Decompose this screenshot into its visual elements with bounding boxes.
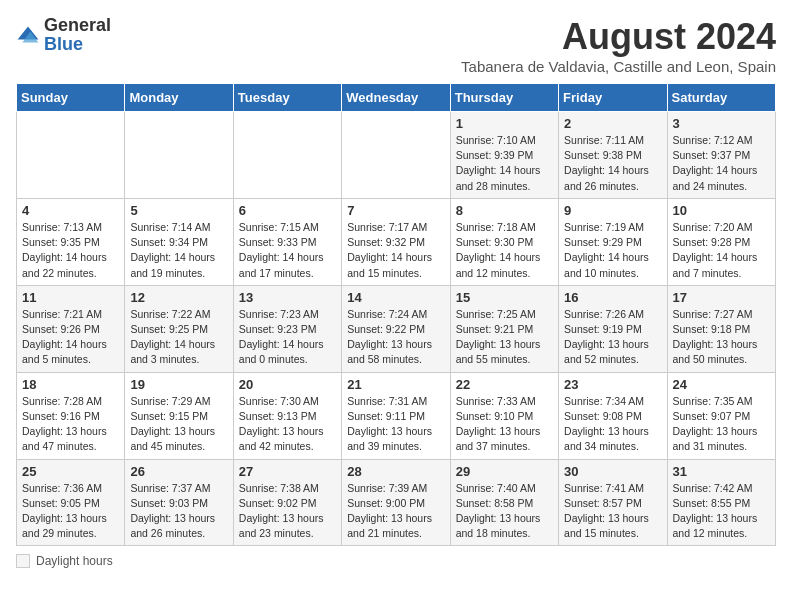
day-number: 23	[564, 377, 661, 392]
day-number: 18	[22, 377, 119, 392]
calendar-cell: 10Sunrise: 7:20 AM Sunset: 9:28 PM Dayli…	[667, 198, 775, 285]
day-number: 26	[130, 464, 227, 479]
title-area: August 2024 Tabanera de Valdavia, Castil…	[461, 16, 776, 75]
calendar-cell: 8Sunrise: 7:18 AM Sunset: 9:30 PM Daylig…	[450, 198, 558, 285]
calendar-week-4: 18Sunrise: 7:28 AM Sunset: 9:16 PM Dayli…	[17, 372, 776, 459]
calendar-cell: 27Sunrise: 7:38 AM Sunset: 9:02 PM Dayli…	[233, 459, 341, 546]
calendar-cell: 15Sunrise: 7:25 AM Sunset: 9:21 PM Dayli…	[450, 285, 558, 372]
calendar-cell: 16Sunrise: 7:26 AM Sunset: 9:19 PM Dayli…	[559, 285, 667, 372]
calendar-cell: 13Sunrise: 7:23 AM Sunset: 9:23 PM Dayli…	[233, 285, 341, 372]
calendar-cell: 30Sunrise: 7:41 AM Sunset: 8:57 PM Dayli…	[559, 459, 667, 546]
day-detail: Sunrise: 7:41 AM Sunset: 8:57 PM Dayligh…	[564, 481, 661, 542]
day-detail: Sunrise: 7:37 AM Sunset: 9:03 PM Dayligh…	[130, 481, 227, 542]
calendar-cell: 6Sunrise: 7:15 AM Sunset: 9:33 PM Daylig…	[233, 198, 341, 285]
calendar-cell: 1Sunrise: 7:10 AM Sunset: 9:39 PM Daylig…	[450, 112, 558, 199]
day-detail: Sunrise: 7:38 AM Sunset: 9:02 PM Dayligh…	[239, 481, 336, 542]
day-detail: Sunrise: 7:34 AM Sunset: 9:08 PM Dayligh…	[564, 394, 661, 455]
day-detail: Sunrise: 7:23 AM Sunset: 9:23 PM Dayligh…	[239, 307, 336, 368]
calendar-cell: 17Sunrise: 7:27 AM Sunset: 9:18 PM Dayli…	[667, 285, 775, 372]
day-number: 20	[239, 377, 336, 392]
calendar-cell: 12Sunrise: 7:22 AM Sunset: 9:25 PM Dayli…	[125, 285, 233, 372]
day-number: 16	[564, 290, 661, 305]
calendar-cell: 23Sunrise: 7:34 AM Sunset: 9:08 PM Dayli…	[559, 372, 667, 459]
subtitle: Tabanera de Valdavia, Castille and Leon,…	[461, 58, 776, 75]
day-detail: Sunrise: 7:18 AM Sunset: 9:30 PM Dayligh…	[456, 220, 553, 281]
calendar-cell	[342, 112, 450, 199]
day-detail: Sunrise: 7:33 AM Sunset: 9:10 PM Dayligh…	[456, 394, 553, 455]
day-number: 29	[456, 464, 553, 479]
day-detail: Sunrise: 7:30 AM Sunset: 9:13 PM Dayligh…	[239, 394, 336, 455]
day-detail: Sunrise: 7:40 AM Sunset: 8:58 PM Dayligh…	[456, 481, 553, 542]
day-number: 13	[239, 290, 336, 305]
day-number: 1	[456, 116, 553, 131]
day-detail: Sunrise: 7:14 AM Sunset: 9:34 PM Dayligh…	[130, 220, 227, 281]
footer-note: Daylight hours	[16, 554, 776, 568]
logo: General Blue	[16, 16, 111, 54]
calendar-cell: 22Sunrise: 7:33 AM Sunset: 9:10 PM Dayli…	[450, 372, 558, 459]
day-number: 24	[673, 377, 770, 392]
day-number: 27	[239, 464, 336, 479]
calendar-cell	[17, 112, 125, 199]
main-title: August 2024	[461, 16, 776, 58]
column-header-monday: Monday	[125, 84, 233, 112]
day-number: 4	[22, 203, 119, 218]
column-header-tuesday: Tuesday	[233, 84, 341, 112]
logo-blue: Blue	[44, 34, 83, 54]
calendar-cell: 29Sunrise: 7:40 AM Sunset: 8:58 PM Dayli…	[450, 459, 558, 546]
daylight-box-icon	[16, 554, 30, 568]
day-detail: Sunrise: 7:25 AM Sunset: 9:21 PM Dayligh…	[456, 307, 553, 368]
day-detail: Sunrise: 7:36 AM Sunset: 9:05 PM Dayligh…	[22, 481, 119, 542]
calendar-cell: 2Sunrise: 7:11 AM Sunset: 9:38 PM Daylig…	[559, 112, 667, 199]
logo-general: General	[44, 15, 111, 35]
calendar-cell: 5Sunrise: 7:14 AM Sunset: 9:34 PM Daylig…	[125, 198, 233, 285]
calendar-cell: 9Sunrise: 7:19 AM Sunset: 9:29 PM Daylig…	[559, 198, 667, 285]
day-detail: Sunrise: 7:42 AM Sunset: 8:55 PM Dayligh…	[673, 481, 770, 542]
calendar-cell: 4Sunrise: 7:13 AM Sunset: 9:35 PM Daylig…	[17, 198, 125, 285]
day-detail: Sunrise: 7:22 AM Sunset: 9:25 PM Dayligh…	[130, 307, 227, 368]
day-detail: Sunrise: 7:31 AM Sunset: 9:11 PM Dayligh…	[347, 394, 444, 455]
calendar-cell: 7Sunrise: 7:17 AM Sunset: 9:32 PM Daylig…	[342, 198, 450, 285]
calendar-cell: 20Sunrise: 7:30 AM Sunset: 9:13 PM Dayli…	[233, 372, 341, 459]
logo-icon	[16, 25, 40, 45]
day-detail: Sunrise: 7:10 AM Sunset: 9:39 PM Dayligh…	[456, 133, 553, 194]
day-detail: Sunrise: 7:20 AM Sunset: 9:28 PM Dayligh…	[673, 220, 770, 281]
calendar-cell: 11Sunrise: 7:21 AM Sunset: 9:26 PM Dayli…	[17, 285, 125, 372]
calendar-cell: 31Sunrise: 7:42 AM Sunset: 8:55 PM Dayli…	[667, 459, 775, 546]
calendar-cell: 28Sunrise: 7:39 AM Sunset: 9:00 PM Dayli…	[342, 459, 450, 546]
day-number: 11	[22, 290, 119, 305]
calendar-cell: 18Sunrise: 7:28 AM Sunset: 9:16 PM Dayli…	[17, 372, 125, 459]
day-detail: Sunrise: 7:39 AM Sunset: 9:00 PM Dayligh…	[347, 481, 444, 542]
day-detail: Sunrise: 7:24 AM Sunset: 9:22 PM Dayligh…	[347, 307, 444, 368]
day-detail: Sunrise: 7:11 AM Sunset: 9:38 PM Dayligh…	[564, 133, 661, 194]
day-detail: Sunrise: 7:13 AM Sunset: 9:35 PM Dayligh…	[22, 220, 119, 281]
day-number: 5	[130, 203, 227, 218]
day-number: 21	[347, 377, 444, 392]
calendar-cell: 25Sunrise: 7:36 AM Sunset: 9:05 PM Dayli…	[17, 459, 125, 546]
calendar-header-row: SundayMondayTuesdayWednesdayThursdayFrid…	[17, 84, 776, 112]
day-number: 12	[130, 290, 227, 305]
daylight-label: Daylight hours	[36, 554, 113, 568]
day-number: 10	[673, 203, 770, 218]
calendar-week-1: 1Sunrise: 7:10 AM Sunset: 9:39 PM Daylig…	[17, 112, 776, 199]
calendar-week-2: 4Sunrise: 7:13 AM Sunset: 9:35 PM Daylig…	[17, 198, 776, 285]
calendar-cell: 26Sunrise: 7:37 AM Sunset: 9:03 PM Dayli…	[125, 459, 233, 546]
calendar-cell	[233, 112, 341, 199]
day-number: 31	[673, 464, 770, 479]
calendar-table: SundayMondayTuesdayWednesdayThursdayFrid…	[16, 83, 776, 546]
column-header-friday: Friday	[559, 84, 667, 112]
calendar-cell	[125, 112, 233, 199]
day-detail: Sunrise: 7:35 AM Sunset: 9:07 PM Dayligh…	[673, 394, 770, 455]
day-detail: Sunrise: 7:29 AM Sunset: 9:15 PM Dayligh…	[130, 394, 227, 455]
day-number: 9	[564, 203, 661, 218]
day-number: 3	[673, 116, 770, 131]
day-detail: Sunrise: 7:21 AM Sunset: 9:26 PM Dayligh…	[22, 307, 119, 368]
calendar-cell: 24Sunrise: 7:35 AM Sunset: 9:07 PM Dayli…	[667, 372, 775, 459]
day-detail: Sunrise: 7:26 AM Sunset: 9:19 PM Dayligh…	[564, 307, 661, 368]
day-number: 17	[673, 290, 770, 305]
day-number: 30	[564, 464, 661, 479]
day-detail: Sunrise: 7:19 AM Sunset: 9:29 PM Dayligh…	[564, 220, 661, 281]
day-number: 22	[456, 377, 553, 392]
day-detail: Sunrise: 7:12 AM Sunset: 9:37 PM Dayligh…	[673, 133, 770, 194]
day-number: 8	[456, 203, 553, 218]
day-number: 2	[564, 116, 661, 131]
